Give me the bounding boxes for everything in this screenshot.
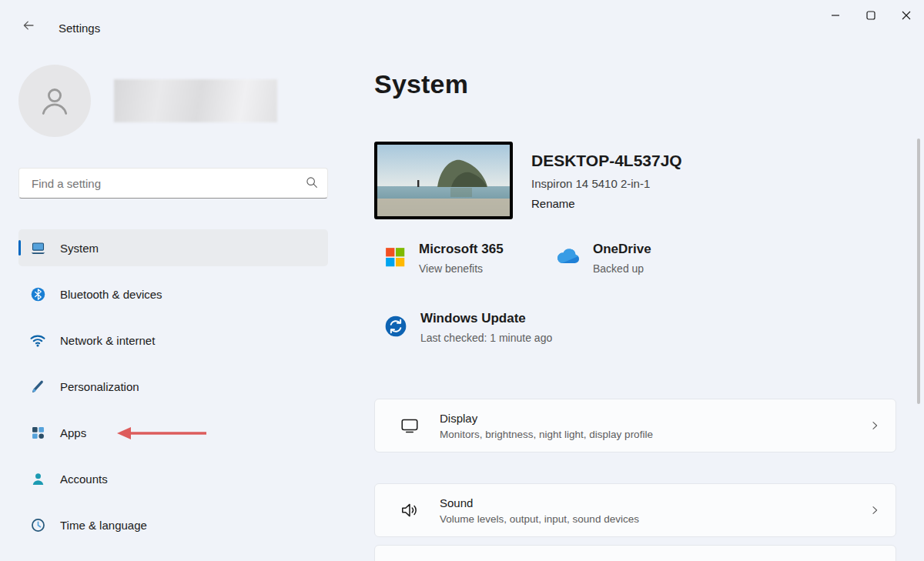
last-checked-status: Last checked: 1 minute ago bbox=[420, 332, 552, 344]
sidebar-item-label: Bluetooth & devices bbox=[60, 288, 162, 301]
windows-update-icon bbox=[383, 314, 408, 342]
card-text: Display Monitors, brightness, night ligh… bbox=[440, 412, 653, 440]
minimize-icon bbox=[831, 9, 840, 23]
back-arrow-icon bbox=[22, 18, 35, 35]
sidebar-item-network-internet[interactable]: Network & internet bbox=[18, 322, 328, 359]
back-button[interactable] bbox=[15, 15, 42, 38]
windows-update-link[interactable]: Windows Update Last checked: 1 minute ag… bbox=[383, 311, 552, 344]
accounts-person-icon bbox=[29, 470, 46, 487]
quick-link-title: Microsoft 365 bbox=[419, 242, 504, 257]
wifi-icon bbox=[29, 332, 46, 349]
onedrive-cloud-icon bbox=[553, 247, 581, 270]
device-info: DESKTOP-4L537JQ Inspiron 14 5410 2-in-1 … bbox=[531, 152, 682, 211]
sidebar-item-personalization[interactable]: Personalization bbox=[18, 368, 328, 405]
sidebar-item-label: Network & internet bbox=[60, 334, 155, 347]
maximize-button[interactable] bbox=[853, 0, 889, 32]
quick-link-title: OneDrive bbox=[593, 242, 651, 257]
close-icon bbox=[902, 9, 911, 23]
apps-icon bbox=[29, 424, 46, 441]
quick-link-text: Windows Update Last checked: 1 minute ag… bbox=[420, 311, 552, 344]
card-text: Sound Volume levels, output, input, soun… bbox=[440, 496, 639, 525]
settings-navigation: System Bluetooth & devices Network & int… bbox=[18, 229, 328, 553]
rename-button[interactable]: Rename bbox=[531, 197, 575, 210]
device-model: Inspiron 14 5410 2-in-1 bbox=[531, 177, 682, 190]
sidebar-item-time-language[interactable]: Time & language bbox=[18, 506, 328, 543]
sidebar-item-label: Apps bbox=[60, 426, 86, 439]
sidebar-item-label: Time & language bbox=[60, 519, 147, 532]
speaker-icon bbox=[400, 500, 420, 520]
person-icon bbox=[35, 81, 75, 121]
chevron-right-icon bbox=[869, 420, 880, 431]
sidebar-item-accounts[interactable]: Accounts bbox=[18, 460, 328, 497]
avatar bbox=[18, 65, 91, 137]
close-button[interactable] bbox=[889, 0, 924, 32]
card-title: Sound bbox=[440, 496, 639, 509]
card-title: Display bbox=[440, 412, 653, 425]
clock-icon bbox=[29, 516, 46, 533]
titlebar: Settings bbox=[0, 0, 924, 37]
search-box bbox=[18, 168, 328, 199]
card-subtitle: Volume levels, output, input, sound devi… bbox=[440, 513, 639, 525]
vertical-scrollbar[interactable] bbox=[917, 139, 920, 404]
settings-card-sound[interactable]: Sound Volume levels, output, input, soun… bbox=[374, 483, 896, 537]
selection-indicator bbox=[18, 240, 21, 255]
chevron-right-icon bbox=[869, 505, 880, 516]
view-benefits-link[interactable]: View benefits bbox=[419, 262, 504, 275]
settings-card-partial[interactable] bbox=[374, 545, 896, 561]
search-input[interactable] bbox=[30, 176, 305, 191]
search-icon bbox=[305, 175, 318, 192]
quick-link-text: Microsoft 365 View benefits bbox=[419, 242, 504, 275]
sidebar-item-label: Accounts bbox=[60, 473, 108, 486]
page-title: System bbox=[374, 69, 468, 99]
user-profile bbox=[18, 65, 277, 137]
quick-link-status: Backed up bbox=[593, 262, 651, 275]
window-controls bbox=[818, 0, 924, 32]
user-name-redacted bbox=[114, 79, 277, 122]
sidebar-item-bluetooth-devices[interactable]: Bluetooth & devices bbox=[18, 275, 328, 312]
maximize-icon bbox=[866, 9, 875, 23]
device-name: DESKTOP-4L537JQ bbox=[531, 152, 682, 170]
microsoft-365-link[interactable]: Microsoft 365 View benefits bbox=[383, 242, 504, 275]
brush-icon bbox=[29, 378, 46, 395]
quick-link-text: OneDrive Backed up bbox=[593, 242, 651, 275]
app-title: Settings bbox=[59, 22, 100, 35]
sidebar-item-apps[interactable]: Apps bbox=[18, 414, 328, 451]
beach-photo bbox=[377, 145, 510, 216]
sidebar-item-label: System bbox=[60, 242, 99, 255]
bluetooth-icon bbox=[29, 286, 46, 302]
card-subtitle: Monitors, brightness, night light, displ… bbox=[440, 429, 653, 440]
device-wallpaper-thumbnail bbox=[374, 142, 513, 219]
minimize-button[interactable] bbox=[818, 0, 853, 32]
sidebar-item-system[interactable]: System bbox=[18, 229, 328, 266]
display-icon bbox=[400, 416, 420, 436]
settings-card-display[interactable]: Display Monitors, brightness, night ligh… bbox=[374, 399, 896, 452]
microsoft-logo-icon bbox=[383, 245, 407, 272]
sidebar-item-label: Personalization bbox=[60, 380, 139, 393]
onedrive-link[interactable]: OneDrive Backed up bbox=[553, 242, 651, 275]
system-icon bbox=[29, 239, 46, 256]
quick-link-title: Windows Update bbox=[420, 311, 552, 326]
